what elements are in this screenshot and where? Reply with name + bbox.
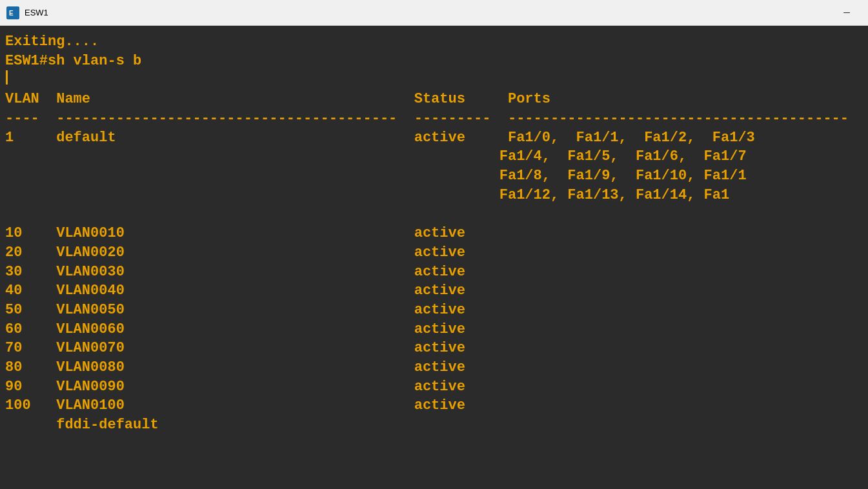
vlan-row-60: 60 VLAN0060 active	[5, 320, 863, 339]
window-title: ESW1	[25, 8, 48, 17]
title-bar-controls: —	[832, 3, 862, 23]
terminal-body: Exiting.... ESW1#sh vlan-s b VLAN Name S…	[0, 26, 868, 489]
vlan-row-30: 30 VLAN0030 active	[5, 263, 863, 282]
terminal-line-command: ESW1#sh vlan-s b	[5, 52, 863, 71]
vlan-row-1: 1 default active Fa1/0, Fa1/1, Fa1/2, Fa…	[5, 128, 863, 205]
terminal-line-exiting: Exiting....	[5, 32, 863, 52]
vlan-row-50: 50 VLAN0050 active	[5, 301, 863, 320]
vlan-row-40: 40 VLAN0040 active	[5, 281, 863, 301]
title-bar: E ESW1 —	[0, 0, 868, 26]
vlan-row-70: 70 VLAN0070 active	[5, 339, 863, 358]
vlan-row-partial: fddi-default	[5, 415, 863, 435]
vlan-table-header: VLAN Name Status Ports ---- ------------…	[5, 90, 863, 434]
header-row: VLAN Name Status Ports	[5, 90, 863, 109]
separator-row: ---- -----------------------------------…	[5, 109, 863, 128]
vlan-row-20: 20 VLAN0020 active	[5, 243, 863, 263]
title-bar-left: E ESW1	[6, 6, 48, 19]
vlan-row-80: 80 VLAN0080 active	[5, 358, 863, 377]
vlan-row-10: 10 VLAN0010 active	[5, 224, 863, 243]
vlan-row-90: 90 VLAN0090 active	[5, 377, 863, 397]
minimize-button[interactable]: —	[832, 3, 862, 23]
app-icon: E	[6, 6, 19, 19]
vlan-row-100: 100 VLAN0100 active	[5, 396, 863, 415]
cursor-line	[5, 70, 863, 85]
cursor-indicator	[6, 70, 8, 85]
svg-text:E: E	[9, 10, 14, 17]
